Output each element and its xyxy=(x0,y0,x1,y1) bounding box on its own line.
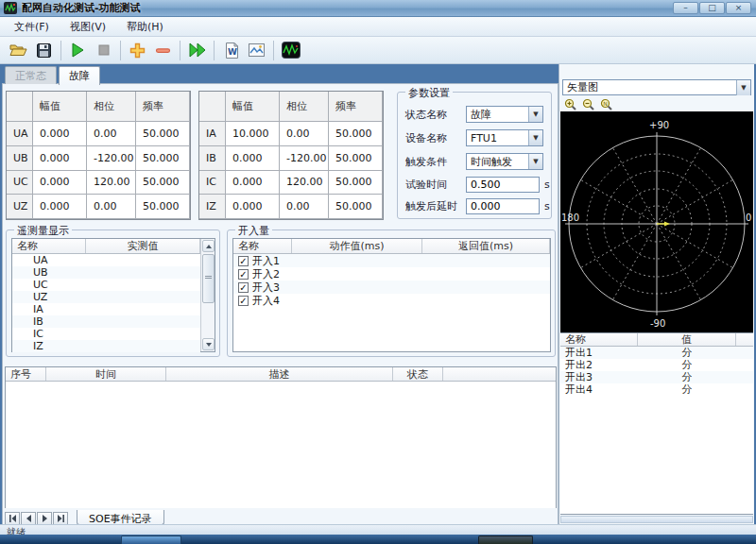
telemetry-row-name[interactable]: IA xyxy=(12,303,43,315)
voltage-cell[interactable]: 0.000 xyxy=(33,195,87,219)
run-continuous-button[interactable] xyxy=(184,39,210,62)
chevron-down-icon[interactable]: ▼ xyxy=(528,130,542,145)
waveform-button[interactable] xyxy=(278,39,303,62)
nav-last-button[interactable] xyxy=(53,512,68,525)
telemetry-row-name[interactable]: IB xyxy=(12,315,43,328)
nav-first-button[interactable] xyxy=(5,512,20,525)
telemetry-value-header[interactable]: 实测值 xyxy=(86,239,200,253)
voltage-row-header: UB xyxy=(7,146,33,171)
save-button[interactable] xyxy=(31,39,57,62)
menu-file[interactable]: 文件(F) xyxy=(4,18,60,36)
voltage-cell[interactable]: 0.000 xyxy=(33,171,87,196)
scroll-up-button[interactable] xyxy=(202,240,215,252)
tab-normal-state[interactable]: 正常态 xyxy=(5,66,57,84)
di-return-header[interactable]: 返回值(ms) xyxy=(422,239,550,253)
view-selector[interactable]: 矢量图 ▼ xyxy=(562,79,751,95)
voltage-cell[interactable]: 0.000 xyxy=(33,122,87,146)
telemetry-row-name[interactable]: IZ xyxy=(12,340,43,352)
event-description-header[interactable]: 描述 xyxy=(166,367,393,381)
nav-prev-button[interactable] xyxy=(21,512,36,525)
current-cell[interactable]: 0.000 xyxy=(226,195,280,219)
di-checkbox[interactable] xyxy=(238,256,249,266)
telemetry-row-name[interactable]: UA xyxy=(12,254,48,266)
di-row-name[interactable]: 开入2 xyxy=(252,267,280,281)
maximize-button[interactable]: □ xyxy=(699,2,725,14)
nav-next-button[interactable] xyxy=(37,512,52,525)
start-button[interactable] xyxy=(65,39,91,62)
output-value-header[interactable]: 值 xyxy=(638,333,736,346)
scroll-down-button[interactable] xyxy=(202,338,215,350)
current-cell[interactable]: 50.000 xyxy=(329,195,383,219)
voltage-cell[interactable]: 50.000 xyxy=(136,195,190,219)
zoom-in-icon xyxy=(564,98,577,111)
polar-plot[interactable]: +90 180 0 -90 xyxy=(560,111,753,332)
voltage-cell[interactable]: 50.000 xyxy=(136,146,190,171)
voltage-cell[interactable]: -120.00 xyxy=(87,146,136,171)
word-report-button[interactable]: W xyxy=(218,39,244,62)
stop-button[interactable] xyxy=(91,39,116,62)
voltage-cell[interactable]: 0.00 xyxy=(87,195,136,219)
di-name-header[interactable]: 名称 xyxy=(233,239,292,253)
telemetry-row-name[interactable]: UC xyxy=(12,279,48,291)
minimize-button[interactable]: – xyxy=(673,2,698,14)
current-cell[interactable]: 50.000 xyxy=(329,122,383,146)
tab-fault-state[interactable]: 故障 xyxy=(59,66,100,85)
current-cell[interactable]: -120.00 xyxy=(280,146,329,171)
menu-help[interactable]: 帮助(H) xyxy=(116,18,174,36)
telemetry-row-name[interactable]: UZ xyxy=(12,291,47,303)
menu-view[interactable]: 视图(V) xyxy=(60,18,116,36)
voltage-cell[interactable]: 0.00 xyxy=(87,122,136,146)
di-checkbox[interactable] xyxy=(238,296,249,306)
di-row-name[interactable]: 开入3 xyxy=(252,280,280,295)
telemetry-row-name[interactable]: IC xyxy=(12,328,43,340)
current-cell[interactable]: 0.000 xyxy=(226,171,280,196)
test-duration-label: 试验时间 xyxy=(405,178,466,192)
di-row-name[interactable]: 开入4 xyxy=(252,294,280,308)
event-table-body[interactable] xyxy=(6,382,556,508)
zoom-in-button[interactable] xyxy=(562,97,578,111)
di-checkbox[interactable] xyxy=(238,282,249,293)
voltage-cell[interactable]: 120.00 xyxy=(87,171,136,196)
current-cell[interactable]: 0.00 xyxy=(280,195,329,219)
di-row-name[interactable]: 开入1 xyxy=(252,254,280,268)
current-cell[interactable]: 10.000 xyxy=(226,122,280,146)
chevron-down-icon[interactable]: ▼ xyxy=(528,154,542,169)
di-checkbox[interactable] xyxy=(238,269,249,280)
voltage-cell[interactable]: 50.000 xyxy=(136,122,190,146)
snapshot-button[interactable] xyxy=(244,39,269,62)
zoom-reset-button[interactable]: N xyxy=(598,97,614,111)
taskbar-item[interactable] xyxy=(121,536,181,544)
current-cell[interactable]: 0.00 xyxy=(280,122,329,146)
current-cell[interactable]: 50.000 xyxy=(329,171,383,196)
current-cell[interactable]: 0.000 xyxy=(226,146,280,171)
chevron-down-icon[interactable]: ▼ xyxy=(736,80,750,95)
chevron-down-icon[interactable]: ▼ xyxy=(528,107,542,122)
telemetry-row-name[interactable]: UB xyxy=(12,266,48,279)
di-action-header[interactable]: 动作值(ms) xyxy=(292,239,422,253)
device-name-select[interactable]: FTU1 ▼ xyxy=(466,129,543,146)
scroll-thumb[interactable] xyxy=(202,254,215,303)
tab-soe-records[interactable]: SOE事件记录 xyxy=(77,510,164,525)
voltage-cell[interactable]: 0.000 xyxy=(33,146,87,171)
add-button[interactable] xyxy=(125,39,150,62)
output-table-hscroll[interactable] xyxy=(560,516,753,523)
test-duration-input[interactable] xyxy=(466,177,540,193)
telemetry-scrollbar[interactable] xyxy=(200,239,215,351)
status-name-select[interactable]: 故障 ▼ xyxy=(466,106,543,123)
output-name-header[interactable]: 名称 xyxy=(560,333,638,346)
event-index-header[interactable]: 序号 xyxy=(6,367,46,381)
current-cell[interactable]: 120.00 xyxy=(280,171,329,196)
event-status-header[interactable]: 状态 xyxy=(393,367,443,381)
output-row[interactable]: 开出4 分 xyxy=(560,383,753,396)
event-time-header[interactable]: 时间 xyxy=(46,367,166,381)
telemetry-name-header[interactable]: 名称 xyxy=(12,239,86,253)
trigger-condition-select[interactable]: 时间触发 ▼ xyxy=(466,153,543,170)
open-button[interactable] xyxy=(6,39,31,62)
zoom-out-button[interactable] xyxy=(580,97,596,111)
post-trigger-delay-input[interactable] xyxy=(466,198,540,214)
current-cell[interactable]: 50.000 xyxy=(329,146,383,171)
voltage-cell[interactable]: 50.000 xyxy=(136,171,190,196)
taskbar-item[interactable] xyxy=(478,536,533,544)
close-button[interactable]: × xyxy=(726,2,751,14)
remove-button[interactable] xyxy=(150,39,176,62)
